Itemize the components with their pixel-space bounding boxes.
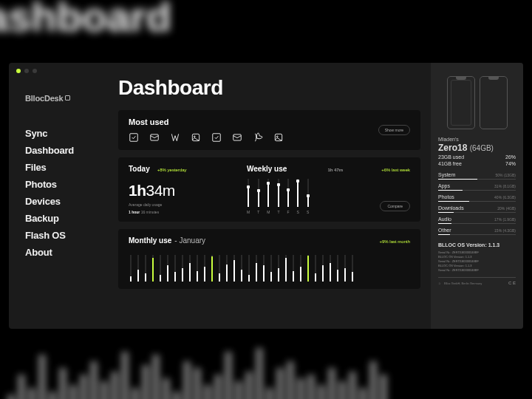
sidebar-item-photos[interactable]: Photos (25, 179, 105, 190)
monthly-bar (239, 255, 243, 282)
monthly-bar (276, 255, 280, 282)
main-content: Dashboard Most used Show more Today +8% … (105, 63, 431, 329)
sidebar-item-about[interactable]: About (25, 247, 105, 258)
today-duration: 1h34m (129, 182, 239, 200)
sidebar: BllocDesk SyncDashboardFilesPhotosDevice… (9, 63, 105, 329)
storage-category-row: Apps31% (8.1GB) (438, 183, 516, 188)
app-logo-text: BllocDesk (25, 94, 63, 103)
app-icon[interactable] (253, 132, 263, 143)
app-icon[interactable] (232, 132, 242, 143)
storage-free: 41GB free (438, 161, 462, 166)
svg-rect-0 (130, 134, 138, 142)
monthly-bar (180, 255, 184, 282)
weekly-label: Weekly use (247, 165, 287, 173)
storage-used-pct: 26% (505, 154, 516, 160)
monthly-bar (321, 255, 324, 282)
app-icon[interactable] (211, 132, 222, 143)
svg-rect-5 (233, 134, 242, 140)
monthly-bar (306, 255, 310, 282)
sidebar-item-backup[interactable]: Backup (25, 213, 105, 224)
svg-point-3 (194, 136, 195, 137)
monthly-chart (129, 252, 410, 282)
sidebar-item-devices[interactable]: Devices (25, 196, 105, 207)
background-blur-bars (7, 341, 532, 399)
monthly-sub: - January (174, 236, 205, 245)
svg-point-7 (276, 136, 278, 137)
svg-rect-1 (151, 134, 159, 140)
monthly-bar (232, 255, 236, 282)
sidebar-item-dashboard[interactable]: Dashboard (25, 145, 105, 156)
page-title: Dashboard (118, 76, 420, 100)
usage-stats-card: Today +8% yesterday 1h34m Average daily … (118, 157, 420, 222)
weekly-bar: T (277, 179, 279, 214)
monthly-bar (129, 255, 132, 282)
phone-back-icon (480, 76, 508, 129)
monthly-bar (210, 255, 214, 282)
monthly-bar (247, 255, 250, 282)
monthly-bar (291, 255, 295, 282)
storage-category-row: Other15% (4.3GB) (438, 228, 516, 233)
window-traffic-lights[interactable] (16, 69, 37, 73)
ce-mark-icon: C E (508, 281, 516, 285)
monthly-bar (166, 255, 169, 282)
sidebar-item-files[interactable]: Files (25, 162, 105, 173)
monthly-delta: +9% last month (379, 239, 410, 244)
serial-info: Serial Nr.: ZERO180000048BFBLLOC OS Vers… (438, 250, 516, 273)
svg-rect-4 (213, 134, 221, 142)
sidebar-item-flash-os[interactable]: Flash OS (25, 230, 105, 241)
recycle-icon: ♲ (438, 282, 441, 285)
monthly-bar (254, 255, 258, 282)
monthly-bar (158, 255, 162, 282)
storage-category-row: Audio17% (1.9GB) (438, 216, 516, 222)
monthly-bar (188, 255, 191, 282)
storage-category-row: Photos40% (6.3GB) (438, 194, 516, 200)
weekly-bar: M (267, 179, 270, 214)
most-used-title: Most used (129, 117, 410, 126)
monthly-card: Monthly use - January +9% last month (118, 229, 420, 289)
app-icon[interactable] (273, 132, 284, 143)
monthly-bar (269, 255, 273, 282)
weekly-delta: +6% last week (381, 168, 410, 172)
app-icon[interactable] (191, 132, 201, 143)
monthly-label: Monthly use (129, 236, 171, 245)
app-icon[interactable] (149, 132, 160, 143)
compare-button[interactable]: Compare (380, 201, 410, 211)
weekly-bar: F (287, 179, 289, 214)
weekly-meta: 1h 47m (327, 168, 343, 172)
monthly-bar (225, 255, 228, 282)
monthly-bar (328, 255, 332, 282)
app-window: BllocDesk SyncDashboardFilesPhotosDevice… (9, 63, 523, 329)
monthly-bar (202, 255, 206, 282)
weekly-bar: S (297, 179, 299, 214)
today-label: Today (129, 165, 150, 173)
app-logo: BllocDesk (25, 94, 105, 103)
phone-front-icon (447, 76, 475, 129)
device-owner: Mladen's (438, 137, 516, 142)
device-mockups (438, 76, 516, 129)
sidebar-item-sync[interactable]: Sync (25, 128, 105, 139)
monthly-bar (195, 255, 199, 282)
logo-icon (65, 95, 70, 100)
os-version: BLLOC OS Version: 1.1.3 (438, 242, 516, 248)
certification-row: ♲ Blloc GmbH, Berlin Germany C E (438, 277, 516, 285)
monthly-bar (217, 255, 221, 282)
monthly-bar (136, 255, 140, 282)
monthly-bar (335, 255, 339, 282)
monthly-bar (313, 255, 317, 282)
monthly-bar (173, 255, 177, 282)
avg-label: Average daily usage (129, 202, 239, 207)
monthly-bar (350, 255, 354, 282)
background-blur-title: ashboard (0, 0, 171, 41)
device-name: Zero18 (64GB) (438, 143, 516, 153)
show-more-button[interactable]: Show more (378, 125, 410, 135)
storage-category-row: Downloads20% (4GB) (438, 205, 516, 211)
app-icon[interactable] (170, 132, 180, 143)
weekly-bar: S (307, 179, 309, 214)
monthly-bar (262, 255, 265, 282)
monthly-bar (151, 255, 154, 282)
app-icon[interactable] (129, 132, 139, 143)
monthly-bar (299, 255, 302, 282)
most-used-card: Most used Show more (118, 110, 420, 150)
device-panel: Mladen's Zero18 (64GB) 23GB used 26% 41G… (431, 63, 523, 329)
today-delta: +8% yesterday (157, 168, 187, 172)
